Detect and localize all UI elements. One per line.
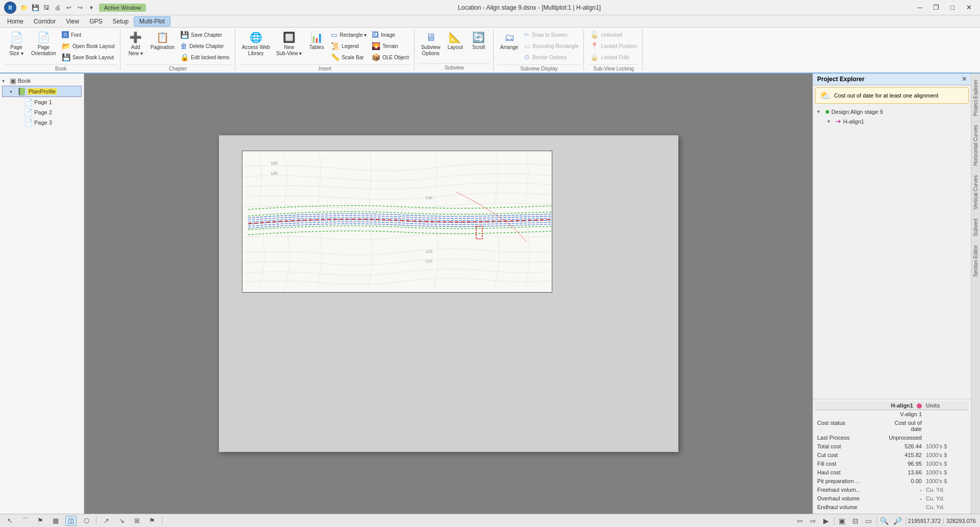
subview-options-btn[interactable]: 🖥 SubviewOptions (419, 30, 443, 58)
locked-fully-label: Locked Fully (601, 55, 629, 60)
page-orientation-btn[interactable]: 📄 PageOrientation (29, 30, 59, 58)
restore-btn[interactable]: ❐ (929, 3, 943, 13)
status-table-btn[interactable]: ▦ (50, 516, 61, 526)
undo-btn[interactable]: ↩ (64, 3, 74, 12)
edit-locked-btn[interactable]: 🔒 Edit locked items (178, 52, 232, 62)
page-orientation-label: PageOrientation (31, 44, 56, 57)
tree-node-page1[interactable]: 📄 Page 1 (2, 97, 82, 107)
vtab-section-editor[interactable]: Section Editor (972, 241, 979, 281)
bounding-rect-btn[interactable]: ▭ Bounding Rectangle (522, 41, 580, 51)
font-btn[interactable]: 🅰 Font (60, 30, 117, 40)
cost-table: H-align1 Units V-align 1 Cost status Cos… (813, 399, 971, 514)
ole-object-btn[interactable]: 📦 OLE Object (370, 52, 411, 62)
redo-btn[interactable]: ↪ (76, 3, 85, 12)
status-arrow-btn[interactable]: ↗ (101, 516, 112, 526)
cost-fill-val: 96.95 (889, 461, 926, 467)
vtab-horizontal-curves[interactable]: Horizontal Curves (972, 121, 979, 170)
status-sel-btn[interactable]: ◫ (65, 516, 77, 526)
insert-group-label: Insert (239, 64, 411, 71)
terrain-btn[interactable]: 🌄 Terrain (370, 41, 411, 51)
pe-halign-node[interactable]: ▾ ➜ H-align1 (815, 116, 969, 126)
tables-btn[interactable]: 📊 Tables (305, 30, 328, 52)
menu-home[interactable]: Home (2, 17, 29, 26)
chapter-group-label: Chapter (125, 64, 232, 71)
subview-display-content: 🗂 Arrange ✏ Draw to Screen ▭ Bounding Re… (498, 30, 581, 64)
app-logo: R (4, 2, 16, 14)
print-btn[interactable]: 🖨 (53, 3, 62, 12)
project-explorer-close-btn[interactable]: ✕ (962, 76, 967, 83)
tree-node-page3[interactable]: 📄 Page 3 (2, 117, 82, 128)
tree-node-planprofile[interactable]: ▾ 📗 PlanProfile (2, 86, 82, 97)
access-web-library-btn[interactable]: 🌐 Access WebLibrary (239, 30, 273, 58)
unlocked-btn[interactable]: 🔓 Unlocked (588, 30, 639, 40)
halign-dot (917, 403, 922, 409)
menu-multiplot[interactable]: Multi-Plot (134, 16, 170, 27)
locked-position-btn[interactable]: 📍 Locked Position (588, 41, 639, 51)
menu-corridor[interactable]: Corridor (29, 17, 61, 26)
border-options-btn[interactable]: ⚙ Border Options (522, 52, 580, 62)
draw-to-screen-btn[interactable]: ✏ Draw to Screen (522, 30, 580, 40)
nav-forward-btn[interactable]: ⇨ (807, 516, 819, 526)
scale-bar-btn[interactable]: 📏 Scale Bar (329, 52, 369, 62)
status-grid-btn[interactable]: ⊞ (131, 516, 142, 526)
status-pi-btn[interactable]: ⚑ (35, 516, 46, 526)
open-btn[interactable]: 📁 (19, 3, 29, 12)
zoom-out-btn[interactable]: 🔎 (892, 516, 903, 526)
layout-btn[interactable]: 📐 Layout (444, 30, 467, 52)
new-subview-btn[interactable]: 🔲 NewSub-View ▾ (274, 30, 304, 58)
maximize-btn[interactable]: □ (945, 3, 960, 13)
nav-play-btn[interactable]: ▶ (821, 516, 832, 526)
tables-label: Tables (309, 44, 324, 51)
pagination-btn[interactable]: 📋 Pagination (148, 30, 177, 52)
menu-view[interactable]: View (61, 17, 84, 26)
nav-view2-btn[interactable]: ▭ (863, 516, 874, 526)
status-arrow2-btn[interactable]: ↘ (116, 516, 127, 526)
arrange-btn[interactable]: 🗂 Arrange (498, 30, 521, 52)
unlocked-label: Unlocked (601, 32, 622, 38)
legend-btn[interactable]: 📜 Legend (329, 41, 369, 51)
status-flag-btn[interactable]: ⚑ (146, 516, 158, 526)
add-new-btn[interactable]: ➕ AddNew ▾ (125, 30, 147, 58)
rectangle-btn[interactable]: ▭ Rectangle ▾ (329, 30, 369, 40)
tree-node-page2[interactable]: 📄 Page 2 (2, 107, 82, 117)
scroll-icon: 🔄 (472, 31, 485, 43)
image-btn[interactable]: 🖼 Image (370, 30, 411, 40)
close-btn[interactable]: ✕ (962, 3, 976, 13)
locked-fully-btn[interactable]: 🔒 Locked Fully (588, 52, 639, 62)
save-all-btn[interactable]: 🖫 (42, 3, 51, 12)
page-size-btn[interactable]: 📄 PageSize ▾ (5, 30, 28, 58)
vtab-vertical-curves[interactable]: Vertical Curves (972, 171, 979, 213)
save-btn[interactable]: 💾 (31, 3, 40, 12)
cost-status-val: Cost out of date (889, 420, 926, 432)
vtab-project-explorer[interactable]: Project Explorer (972, 76, 979, 120)
down-arrow-btn[interactable]: ▾ (87, 3, 96, 12)
delete-chapter-btn[interactable]: 🗑 Delete Chapter (178, 41, 232, 51)
minimize-btn[interactable]: ─ (913, 3, 927, 13)
zoom-in-btn[interactable]: 🔍 (879, 516, 890, 526)
nav-split-btn[interactable]: ⊟ (850, 516, 861, 526)
cost-process-label: Last Process (817, 435, 889, 441)
status-cursor-btn[interactable]: ↖ (4, 516, 15, 526)
status-arc-btn[interactable]: ⌒ (19, 516, 31, 526)
save-book-layout-btn[interactable]: 💾 Save Book Layout (60, 52, 117, 62)
status-sep4 (876, 517, 877, 525)
nav-back-btn[interactable]: ⇦ (794, 516, 805, 526)
nav-view1-btn[interactable]: ▣ (837, 516, 848, 526)
cost-cut-val: 415.82 (889, 452, 926, 458)
tree-node-book[interactable]: ▾ ▣ Book (2, 76, 82, 86)
open-book-layout-btn[interactable]: 📂 Open Book Layout (60, 41, 117, 51)
menu-setup[interactable]: Setup (108, 17, 134, 26)
vtab-subvert[interactable]: Subvert (972, 214, 979, 240)
save-chapter-btn[interactable]: 💾 Save Chapter (178, 30, 232, 40)
menu-gps[interactable]: GPS (84, 17, 107, 26)
chapter-small-btns: 💾 Save Chapter 🗑 Delete Chapter 🔒 Edit l… (178, 30, 232, 62)
cost-total-val: 526.44 (889, 443, 926, 449)
canvas-area[interactable]: 150 140 130 120 110 (84, 74, 813, 514)
unlocked-icon: 🔓 (590, 31, 599, 39)
ribbon-group-chapter: ➕ AddNew ▾ 📋 Pagination 💾 Save Chapter 🗑… (121, 30, 235, 70)
page-canvas: 150 140 130 120 110 (219, 135, 678, 452)
scroll-label: Scroll (472, 44, 485, 51)
status-shape-btn[interactable]: ⬡ (81, 516, 92, 526)
pe-design-node[interactable]: ▾ ■ Design:Align stage 9 (815, 107, 969, 116)
scroll-btn[interactable]: 🔄 Scroll (468, 30, 490, 52)
